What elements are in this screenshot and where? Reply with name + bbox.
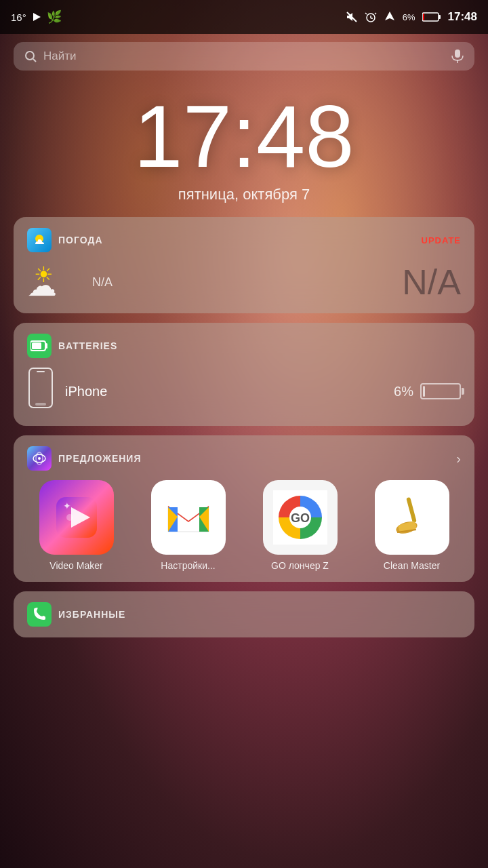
app-label: Video Maker	[49, 560, 102, 571]
batteries-header: BATTERIES	[27, 334, 461, 358]
batteries-app-icon	[27, 334, 52, 358]
svg-rect-7	[422, 13, 439, 21]
device-name: iPhone	[65, 384, 107, 399]
svg-rect-16	[45, 343, 47, 349]
search-icon	[24, 50, 37, 62]
app-label: GO лончер Z	[271, 560, 329, 571]
svg-line-11	[33, 59, 36, 62]
weather-update-button[interactable]: UPDATE	[422, 235, 461, 245]
clock-area: 17:48 пятница, октября 7	[0, 79, 488, 210]
video-maker-icon: ✦	[39, 480, 114, 555]
weather-content: ☀ ☁ N/A N/A	[27, 262, 461, 302]
search-input[interactable]	[43, 50, 445, 63]
svg-rect-20	[35, 403, 46, 406]
svg-point-10	[26, 52, 34, 60]
svg-text:✦: ✦	[63, 500, 71, 511]
weather-temp-big: N/A	[402, 262, 461, 302]
status-left: 16° 🌿	[11, 9, 62, 24]
mute-icon	[346, 11, 358, 23]
svg-rect-17	[32, 342, 41, 349]
favorites-widget: ИЗБРАННЫЕ	[14, 591, 474, 637]
microphone-icon[interactable]	[451, 49, 464, 64]
list-item[interactable]: Настройки...	[151, 480, 226, 571]
weather-title: ПОГОДА	[58, 235, 103, 245]
chevron-right-icon: ›	[456, 451, 461, 467]
batteries-title: BATTERIES	[58, 340, 117, 351]
svg-rect-9	[423, 14, 424, 20]
battery-bar	[420, 383, 461, 399]
weather-icon-composite: ☀ ☁	[27, 262, 81, 302]
clean-master-icon	[375, 480, 449, 555]
svg-rect-8	[439, 15, 441, 19]
battery-info: 6%	[394, 383, 461, 399]
clock-time: 17:48	[0, 92, 488, 180]
clock-date: пятница, октября 7	[0, 186, 488, 203]
suggestions-header: ПРЕДЛОЖЕНИЯ ›	[27, 446, 461, 471]
status-time: 17:48	[448, 10, 477, 24]
app-label: Clean Master	[384, 560, 440, 571]
app-label: Настройки...	[161, 560, 215, 571]
list-item[interactable]: ✦ Video Maker	[39, 480, 114, 571]
suggestions-title: ПРЕДЛОЖЕНИЯ	[58, 453, 141, 464]
airplane-icon	[384, 11, 396, 23]
widgets-container: ПОГОДА UPDATE ☀ ☁ N/A N/A BATTERIES	[0, 210, 488, 644]
battery-fill	[423, 386, 425, 397]
svg-text:GO: GO	[290, 511, 309, 525]
battery-icon-status	[422, 12, 441, 22]
cloud-icon: ☁	[27, 268, 57, 302]
app-icon-small: 🌿	[47, 9, 62, 24]
svg-marker-0	[33, 13, 41, 21]
battery-percentage: 6%	[394, 384, 413, 399]
gmail-icon	[151, 480, 226, 555]
svg-rect-18	[29, 368, 52, 408]
list-item[interactable]: Clean Master	[375, 480, 449, 571]
status-right: 6% 17:48	[346, 10, 477, 24]
weather-widget: ПОГОДА UPDATE ☀ ☁ N/A N/A	[14, 217, 474, 313]
svg-line-6	[375, 13, 376, 14]
batteries-widget: BATTERIES iPhone 6%	[14, 323, 474, 426]
search-bar[interactable]	[14, 42, 474, 71]
svg-rect-12	[455, 50, 460, 58]
alarm-icon	[365, 11, 377, 23]
iphone-icon	[27, 368, 54, 415]
weather-header: ПОГОДА UPDATE	[27, 228, 461, 252]
svg-line-5	[365, 13, 367, 14]
go-launcher-icon: GO	[263, 480, 338, 555]
battery-percent-status: 6%	[403, 12, 415, 22]
svg-point-23	[38, 457, 41, 460]
svg-point-26	[66, 514, 73, 521]
battery-content: iPhone 6%	[27, 368, 461, 415]
play-icon	[32, 12, 41, 22]
suggestions-widget: ПРЕДЛОЖЕНИЯ ›	[14, 435, 474, 582]
weather-temp-small: N/A	[92, 275, 113, 290]
phone-app-icon	[27, 602, 52, 627]
favorites-title: ИЗБРАННЫЕ	[58, 609, 125, 620]
siri-icon	[27, 446, 52, 471]
weather-app-icon	[27, 228, 52, 252]
list-item[interactable]: GO GO лончер Z	[263, 480, 338, 571]
suggestions-content: ✦ Video Maker	[27, 480, 461, 571]
status-bar: 16° 🌿 6% 17:48	[0, 0, 488, 34]
temperature: 16°	[11, 12, 26, 23]
